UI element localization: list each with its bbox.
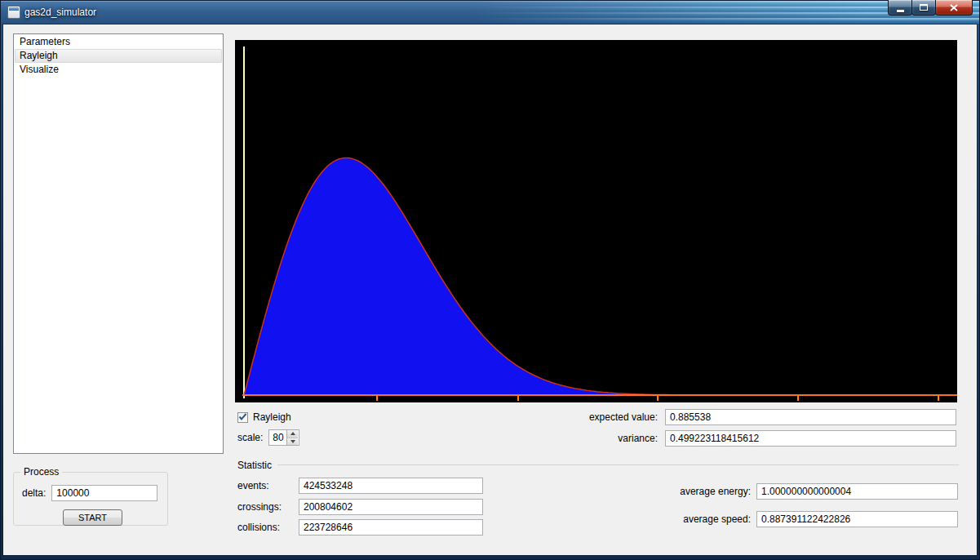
events-field[interactable] (299, 478, 483, 494)
average-energy-field[interactable] (756, 483, 958, 500)
collisions-label: collisions: (237, 519, 295, 536)
close-icon (949, 4, 959, 11)
arrow-up-icon (290, 432, 295, 435)
variance-label: variance: (509, 430, 658, 447)
rayleigh-plot (235, 40, 957, 402)
scale-spinbox (268, 429, 299, 446)
statistic-section-header: Statistic (237, 459, 959, 471)
list-item-rayleigh[interactable]: Rayleigh (15, 49, 222, 63)
scale-input[interactable] (269, 430, 286, 445)
app-window: gas2d_simulator Parameters Rayleigh Visu… (0, 0, 980, 560)
rayleigh-checkbox-row: Rayleigh (237, 411, 291, 424)
maximize-icon (920, 4, 928, 11)
statistic-title: Statistic (237, 460, 272, 471)
titlebar[interactable]: gas2d_simulator (0, 0, 980, 24)
average-speed-label: average speed: (574, 511, 751, 527)
list-item-visualize[interactable]: Visualize (15, 63, 222, 77)
average-speed-field[interactable] (756, 511, 958, 527)
maximize-button[interactable] (911, 0, 936, 16)
start-button[interactable]: START (63, 509, 122, 526)
scale-row: scale: (237, 429, 299, 446)
crossings-label: crossings: (237, 499, 295, 515)
rayleigh-plot-svg (235, 40, 957, 402)
statistic-separator-line (277, 464, 959, 465)
page-list: Parameters Rayleigh Visualize (13, 33, 224, 454)
arrow-down-icon (290, 440, 295, 443)
scale-spin-down-button[interactable] (287, 438, 298, 446)
collisions-field[interactable] (299, 519, 483, 536)
client-area: Parameters Rayleigh Visualize Process de… (3, 24, 977, 555)
delta-label: delta: (22, 487, 46, 499)
average-energy-label: average energy: (574, 483, 751, 500)
minimize-icon (897, 10, 904, 12)
app-icon (7, 6, 20, 19)
process-groupbox: Process delta: START (13, 472, 168, 526)
rayleigh-checkbox-label: Rayleigh (253, 411, 291, 423)
window-controls (889, 0, 973, 16)
scale-label: scale: (237, 432, 263, 443)
events-label: events: (237, 478, 295, 494)
scale-spin-up-button[interactable] (287, 430, 298, 438)
check-icon (238, 413, 247, 421)
close-button[interactable] (935, 0, 973, 16)
expected-value-field[interactable] (665, 409, 956, 425)
minimize-button[interactable] (888, 0, 912, 16)
process-group-title: Process (20, 466, 62, 478)
expected-value-label: expected value: (509, 409, 658, 425)
variance-field[interactable] (665, 430, 956, 447)
delta-input[interactable] (51, 485, 157, 501)
rayleigh-checkbox[interactable] (237, 412, 248, 423)
crossings-field[interactable] (299, 499, 483, 515)
window-title: gas2d_simulator (24, 7, 96, 18)
list-item-parameters[interactable]: Parameters (15, 35, 222, 49)
